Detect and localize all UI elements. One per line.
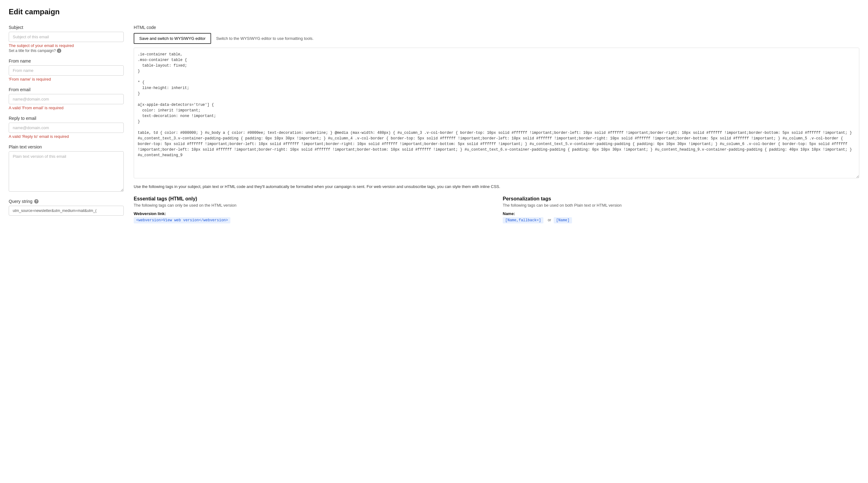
personalization-tags-subtitle: The following tags can be used on both P… [503,203,859,207]
essential-tags-section: Essential tags (HTML only) The following… [134,196,490,227]
essential-tags-title: Essential tags (HTML only) [134,196,490,202]
subject-field-group: Subject The subject of your email is req… [9,25,124,53]
webversion-tag-item: Webversion link: <webversion>View web ve… [134,211,490,223]
from-email-input[interactable] [9,94,124,104]
subject-label: Subject [9,25,124,30]
from-email-label: From email [9,87,124,92]
wysiwyg-button[interactable]: Save and switch to WYSIWYG editor [134,33,211,44]
from-email-field-group: From email A valid 'From email' is requi… [9,87,124,110]
name-tag-code1: [Name,fallback=] [503,217,544,223]
tags-info-text: Use the following tags in your subject, … [134,183,859,190]
from-name-input[interactable] [9,65,124,76]
subject-info-icon[interactable]: i [57,49,61,53]
from-name-label: From name [9,58,124,63]
essential-tags-subtitle: The following tags can only be used on t… [134,203,490,207]
name-tag-code2: [Name] [554,217,572,223]
plain-text-label: Plain text version [9,144,124,149]
reply-email-input[interactable] [9,123,124,133]
left-panel: Subject The subject of your email is req… [9,25,124,216]
html-code-label: HTML code [134,25,859,30]
plain-text-field-group: Plain text version [9,144,124,193]
tags-grid: Essential tags (HTML only) The following… [134,196,859,227]
query-string-field-group: Query string ? [9,199,124,216]
name-tag-item: Name: [Name,fallback=] or [Name] [503,211,859,223]
query-string-input[interactable] [9,206,124,216]
personalization-tags-title: Personalization tags [503,196,859,202]
query-string-info-icon[interactable]: ? [34,199,38,203]
personalization-tags-section: Personalization tags The following tags … [503,196,859,227]
plain-text-input[interactable] [9,151,124,192]
query-string-label: Query string ? [9,199,124,204]
wysiwyg-toolbar: Save and switch to WYSIWYG editor Switch… [134,33,859,44]
from-name-field-group: From name 'From name' is required [9,58,124,82]
name-tag-or: or [548,218,551,222]
html-code-editor[interactable] [134,48,859,178]
from-email-error: A valid 'From email' is required [9,106,124,110]
reply-email-label: Reply to email [9,116,124,121]
subject-error: The subject of your email is required [9,43,124,48]
reply-email-error: A valid 'Reply to' email is required [9,134,124,139]
reply-email-field-group: Reply to email A valid 'Reply to' email … [9,116,124,139]
subject-input[interactable] [9,32,124,42]
page-title: Edit campaign [9,7,859,16]
right-panel: HTML code Save and switch to WYSIWYG edi… [134,25,859,227]
webversion-tag-label: Webversion link: [134,211,490,216]
wysiwyg-hint: Switch to the WYSIWYG editor to use form… [216,36,314,41]
webversion-tag-code: <webversion>View web version</webversion… [134,217,230,223]
from-name-error: 'From name' is required [9,77,124,82]
subject-hint: Set a title for this campaign? i [9,49,124,53]
name-tag-label: Name: [503,211,859,216]
